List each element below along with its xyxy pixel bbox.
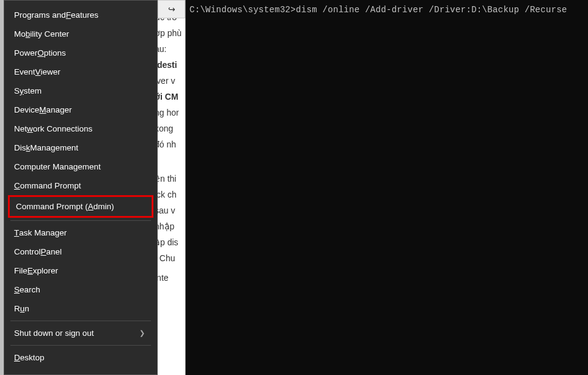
menu-command-prompt[interactable]: Command Prompt (4, 176, 157, 195)
menu-search[interactable]: Search (4, 280, 157, 299)
menu-programs-features[interactable]: Programs and Features (4, 6, 157, 24)
chevron-right-icon: ❯ (139, 329, 145, 337)
menu-desktop[interactable]: Desktop (4, 348, 157, 367)
menu-shutdown-signout[interactable]: Shut down or sign out ❯ (4, 324, 157, 343)
menu-event-viewer[interactable]: Event Viewer (4, 62, 157, 81)
menu-separator (10, 345, 151, 346)
menu-run[interactable]: Run (4, 299, 157, 318)
menu-system[interactable]: System (4, 81, 157, 100)
menu-separator (10, 220, 151, 221)
menu-command-prompt-admin[interactable]: Command Prompt (Admin) (10, 197, 152, 216)
terminal-line: C:\Windows\system32>dism /online /Add-dr… (186, 0, 588, 20)
background-document-sliver: ục trơ ợp phù au: /desti iver v ới CM ng… (158, 0, 185, 375)
terminal-command: dism /online /Add-driver /Driver:D:\Back… (296, 5, 567, 15)
menu-file-explorer[interactable]: File Explorer (4, 261, 157, 280)
menu-disk-management[interactable]: Disk Management (4, 138, 157, 157)
winx-power-user-menu: Programs and Features Mobility Center Po… (4, 0, 158, 375)
menu-control-panel[interactable]: Control Panel (4, 242, 157, 261)
menu-separator (10, 321, 151, 321)
command-prompt-window[interactable]: C:\Windows\system32>dism /online /Add-dr… (185, 0, 588, 375)
menu-computer-management[interactable]: Computer Management (4, 157, 157, 176)
menu-task-manager[interactable]: Task Manager (4, 223, 157, 242)
terminal-prompt: C:\Windows\system32> (189, 5, 296, 15)
menu-power-options[interactable]: Power Options (4, 43, 157, 62)
menu-mobility-center[interactable]: Mobility Center (4, 24, 157, 43)
highlighted-menu-item-box: Command Prompt (Admin) (8, 195, 153, 218)
menu-device-manager[interactable]: Device Manager (4, 100, 157, 119)
menu-network-connections[interactable]: Network Connections (4, 119, 157, 138)
nav-forward-icon: ↪ (158, 0, 185, 18)
